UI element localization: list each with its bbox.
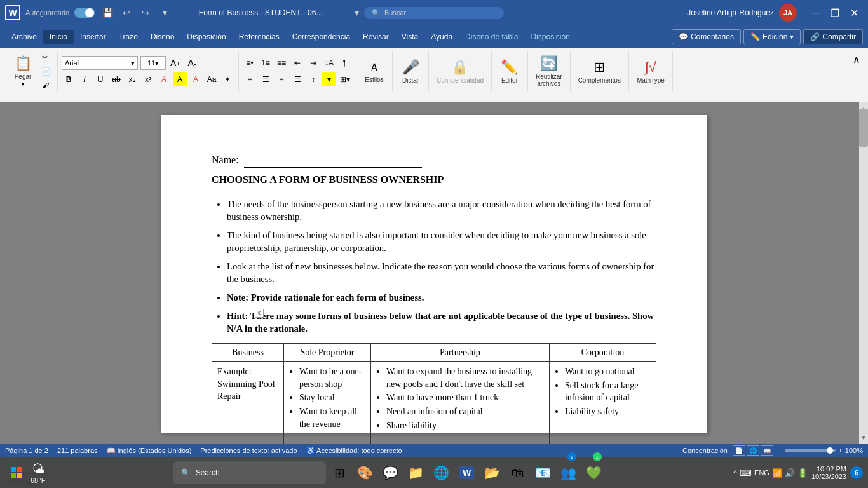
strikethrough-button[interactable]: ab (109, 72, 123, 86)
chevron-down-icon[interactable]: ∧ (853, 53, 860, 65)
text-effects-button[interactable]: A (157, 72, 171, 86)
chat-button[interactable]: 💬 (379, 461, 402, 484)
read-view-button[interactable]: 📖 (761, 445, 773, 456)
shading-button[interactable]: ▾ (322, 72, 336, 86)
cell-flower-shop[interactable]: Flower Shop (212, 437, 284, 444)
font-selector[interactable]: Arial ▾ (62, 56, 138, 70)
format-painter-button[interactable]: 🖌 (39, 79, 53, 92)
share-button[interactable]: 🔗 Compartir (803, 29, 863, 44)
widgets-button[interactable]: 🎨 (354, 461, 377, 484)
line-spacing-button[interactable]: ↕ (306, 72, 320, 86)
language-indicator[interactable]: 📖 Inglés (Estados Unidos) (107, 447, 192, 455)
clear-format-button[interactable]: ✦ (220, 72, 234, 86)
shrink-font-button[interactable]: A- (185, 56, 199, 70)
cell-flower-corporation[interactable] (549, 437, 656, 444)
word-taskbar-button[interactable]: W (456, 461, 478, 484)
zoom-out-button[interactable]: − (778, 447, 782, 454)
cut-button[interactable]: ✂ (39, 51, 53, 64)
search-bar[interactable]: 🔍 (364, 7, 504, 19)
word-app-icon[interactable]: W (5, 5, 20, 20)
keyboard-icon[interactable]: ⌨ (740, 468, 752, 478)
numbering-button[interactable]: 1≡ (259, 56, 273, 70)
editor-button[interactable]: ✏️ Editor (496, 57, 524, 86)
notification-badge[interactable]: 6 (850, 466, 863, 479)
justify-button[interactable]: ☰ (290, 72, 304, 86)
print-view-button[interactable]: 📄 (733, 445, 745, 456)
task-view-button[interactable]: ⊞ (329, 461, 351, 484)
scroll-thumb[interactable] (859, 109, 868, 147)
cell-flower-partnership[interactable] (371, 437, 550, 444)
menu-archivo[interactable]: Archivo (5, 30, 43, 44)
subscript-button[interactable]: x₂ (125, 72, 139, 86)
vertical-scrollbar[interactable]: ▲ ▼ (859, 102, 868, 444)
show-marks-button[interactable]: ¶ (338, 56, 352, 70)
menu-diseno-tabla[interactable]: Diseño de tabla (459, 30, 524, 44)
folder-taskbar-button[interactable]: 📂 (481, 461, 504, 484)
taskbar-search[interactable]: 🔍 Search (173, 461, 326, 484)
clock[interactable]: 10:02 PM 10/23/2023 (811, 465, 846, 480)
close-button[interactable]: ✕ (845, 4, 863, 22)
grow-font-button[interactable]: A+ (168, 56, 182, 70)
case-button[interactable]: Aa (205, 72, 219, 86)
font-color-button[interactable]: A (189, 72, 203, 86)
confidential-button[interactable]: 🔒 Confidencialidad (433, 57, 487, 86)
menu-ayuda[interactable]: Ayuda (424, 30, 459, 44)
mail-button[interactable]: 📧 (532, 461, 555, 484)
start-button[interactable] (5, 461, 28, 484)
increase-indent-button[interactable]: ⇥ (306, 56, 320, 70)
cell-partnership-example[interactable]: Want to expand the business to installin… (371, 362, 550, 437)
paste-button[interactable]: 📋 Pegar ▾ (9, 53, 37, 90)
comments-button[interactable]: 💬 Comentarios (672, 29, 741, 44)
italic-button[interactable]: I (78, 72, 92, 86)
user-avatar[interactable]: JA (779, 4, 797, 22)
name-underline[interactable] (244, 153, 422, 168)
underline-button[interactable]: U (93, 72, 107, 86)
text-highlight-button[interactable]: A (173, 72, 187, 86)
multilevel-button[interactable]: ≡≡ (275, 56, 288, 70)
bullets-button[interactable]: ≡• (243, 56, 257, 70)
align-left-button[interactable]: ≡ (243, 72, 257, 86)
font-size-selector[interactable]: 11 ▾ (140, 56, 166, 70)
ribbon-expand-button[interactable]: ∧ (850, 51, 863, 102)
title-dropdown-icon[interactable]: ▾ (349, 5, 364, 20)
undo-icon[interactable]: ↩ (119, 5, 134, 20)
store-button[interactable]: 🛍 (506, 461, 529, 484)
save-icon[interactable]: 💾 (100, 5, 115, 20)
weather-widget[interactable]: 🌤 68°F (31, 462, 45, 484)
menu-disposicion2[interactable]: Disposición (524, 30, 576, 44)
menu-inicio[interactable]: Inicio (43, 30, 74, 44)
mathtype-button[interactable]: ∫√ MathType (633, 57, 668, 86)
menu-diseno[interactable]: Diseño (144, 30, 180, 44)
menu-referencias[interactable]: Referencias (233, 30, 286, 44)
borders-button[interactable]: ⊞▾ (338, 72, 352, 86)
whatsapp-button[interactable]: 💚 1 (583, 461, 606, 484)
cell-corporation-example[interactable]: Want to go national Sell stock for a lar… (549, 362, 656, 437)
web-view-button[interactable]: 🌐 (747, 445, 759, 456)
copy-button[interactable]: 📄 (39, 65, 53, 78)
styles-button[interactable]: Ａ Estilos (360, 57, 388, 86)
zoom-slider[interactable] (785, 449, 836, 452)
search-input[interactable] (384, 9, 486, 17)
align-center-button[interactable]: ☰ (259, 72, 273, 86)
eng-label[interactable]: ENG (754, 469, 770, 477)
wifi-icon[interactable]: 📶 (772, 468, 782, 478)
tray-up-icon[interactable]: ^ (733, 468, 737, 478)
menu-vista[interactable]: Vista (395, 30, 424, 44)
redo-icon[interactable]: ↪ (138, 5, 153, 20)
sort-button[interactable]: ↕A (322, 56, 336, 70)
teams-button[interactable]: 👥 1 (557, 461, 580, 484)
align-right-button[interactable]: ≡ (275, 72, 288, 86)
table-move-handle[interactable]: ⊕ (255, 309, 264, 318)
cell-business-example[interactable]: Example:Swimming Pool Repair (212, 362, 284, 437)
menu-revisar[interactable]: Revisar (356, 30, 395, 44)
autosave-toggle[interactable] (74, 8, 95, 18)
explorer-button[interactable]: 📁 (405, 461, 428, 484)
focus-label[interactable]: Concentración (682, 447, 728, 454)
reuse-files-button[interactable]: 🔄 Reutilizararchivos (532, 53, 566, 90)
volume-icon[interactable]: 🔊 (785, 468, 795, 478)
zoom-thumb[interactable] (827, 447, 833, 454)
edge-button[interactable]: 🌐 (430, 461, 453, 484)
menu-insertar[interactable]: Insertar (74, 30, 112, 44)
minimize-button[interactable]: — (807, 4, 825, 22)
edition-button[interactable]: ✏️ Edición ▾ (743, 29, 801, 44)
